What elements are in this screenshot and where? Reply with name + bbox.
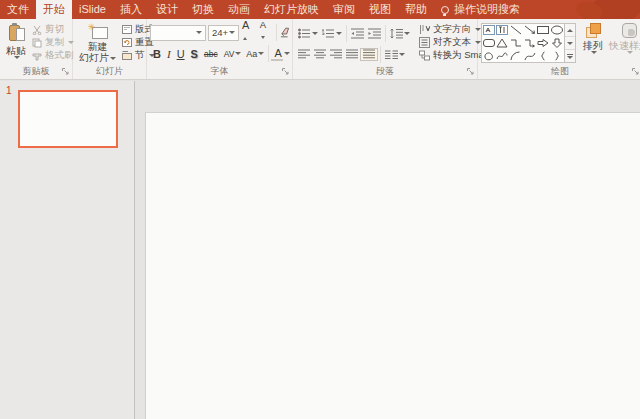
tab-review[interactable]: 审阅 bbox=[326, 0, 362, 19]
paragraph-dialog-launcher-icon[interactable] bbox=[466, 67, 475, 76]
format-painter-button[interactable]: 格式刷 bbox=[29, 49, 77, 62]
new-slide-label-2: 幻灯片 bbox=[79, 52, 116, 63]
tell-me-search[interactable]: 操作说明搜索 bbox=[434, 0, 527, 19]
font-group-label: 字体 bbox=[211, 65, 229, 78]
slide-editing-surface[interactable] bbox=[145, 112, 640, 419]
text-shadow-button[interactable]: S bbox=[188, 46, 201, 62]
shape-elbow-connector-icon[interactable] bbox=[510, 38, 522, 48]
shape-oval-icon[interactable] bbox=[551, 25, 563, 35]
font-dialog-launcher-icon[interactable] bbox=[281, 67, 290, 76]
slide-thumbnail-1[interactable] bbox=[18, 90, 118, 148]
arrange-button[interactable]: 排列 bbox=[580, 22, 606, 64]
shrink-font-icon bbox=[261, 36, 265, 39]
tab-view[interactable]: 视图 bbox=[362, 0, 398, 19]
decrease-indent-icon bbox=[351, 28, 364, 39]
shapes-more-button[interactable] bbox=[565, 50, 575, 62]
grow-font-icon bbox=[243, 37, 247, 40]
text-direction-icon bbox=[419, 24, 430, 35]
bold-button[interactable]: B bbox=[150, 46, 164, 62]
char-spacing-button[interactable]: AV bbox=[221, 46, 235, 62]
powerpoint-window: 文件 开始 iSlide 插入 设计 切换 动画 幻灯片放映 审阅 视图 帮助 … bbox=[0, 0, 640, 419]
change-case-button[interactable]: Aa bbox=[243, 46, 257, 62]
align-right-button[interactable] bbox=[328, 49, 344, 60]
shape-left-brace-icon[interactable] bbox=[537, 51, 549, 61]
smartart-icon bbox=[419, 50, 430, 61]
align-text-label: 对齐文本 bbox=[433, 36, 471, 49]
columns-icon bbox=[385, 49, 398, 60]
group-drawing: 排列 快速样式 绘图 bbox=[478, 19, 640, 79]
font-name-combo[interactable] bbox=[150, 25, 206, 41]
shape-right-brace-icon[interactable] bbox=[551, 51, 563, 61]
cut-button[interactable]: 剪切 bbox=[29, 23, 77, 36]
shape-triangle-icon[interactable] bbox=[496, 38, 508, 48]
drawing-dialog-launcher-icon[interactable] bbox=[631, 67, 640, 76]
font-color-button[interactable]: A bbox=[271, 47, 282, 61]
decrease-indent-button[interactable] bbox=[349, 28, 366, 39]
bullets-button[interactable] bbox=[296, 28, 320, 39]
group-paragraph: 文字方向 对齐文本 转换为 SmartArt 段落 bbox=[293, 19, 478, 79]
shape-text-box-icon[interactable] bbox=[483, 25, 495, 35]
tab-file[interactable]: 文件 bbox=[0, 0, 36, 19]
distribute-text-button[interactable] bbox=[360, 48, 378, 61]
more-shapes-icon bbox=[567, 54, 573, 59]
shape-right-arrow-icon[interactable] bbox=[537, 38, 549, 48]
shape-freeform-icon[interactable] bbox=[483, 51, 495, 61]
shape-line-icon[interactable] bbox=[510, 25, 522, 35]
increase-indent-icon bbox=[368, 28, 381, 39]
justify-icon bbox=[346, 49, 358, 60]
increase-indent-button[interactable] bbox=[366, 28, 383, 39]
justify-button[interactable] bbox=[344, 49, 360, 60]
shapes-gallery-scrollbar[interactable] bbox=[565, 23, 576, 63]
quick-styles-button[interactable]: 快速样式 bbox=[606, 22, 640, 64]
drawing-group-label: 绘图 bbox=[551, 65, 569, 78]
underline-button[interactable]: U bbox=[174, 46, 188, 62]
tab-home[interactable]: 开始 bbox=[36, 0, 72, 19]
shape-arc-icon[interactable] bbox=[510, 51, 522, 61]
font-size-dropdown-icon bbox=[229, 31, 235, 34]
shape-rectangle-icon[interactable] bbox=[537, 25, 549, 35]
copy-button[interactable]: 复制 bbox=[29, 36, 77, 49]
numbering-button[interactable] bbox=[320, 28, 344, 39]
shapes-scroll-down-button[interactable] bbox=[565, 37, 575, 50]
layout-icon bbox=[122, 25, 132, 34]
line-spacing-icon bbox=[390, 28, 403, 39]
new-slide-button[interactable]: ✳ 新建 幻灯片 bbox=[76, 22, 119, 64]
shape-down-arrow-icon[interactable] bbox=[551, 38, 563, 48]
new-slide-icon: ✳ bbox=[88, 23, 108, 39]
lightbulb-icon bbox=[441, 6, 449, 14]
align-right-icon bbox=[330, 49, 342, 60]
shape-curve-icon[interactable] bbox=[524, 51, 536, 61]
strikethrough-button[interactable]: abc bbox=[201, 46, 221, 62]
tab-transitions[interactable]: 切换 bbox=[185, 0, 221, 19]
paste-button[interactable]: 粘贴 bbox=[3, 22, 29, 64]
tab-islide[interactable]: iSlide bbox=[72, 0, 113, 19]
tab-help[interactable]: 帮助 bbox=[398, 0, 434, 19]
group-font: 24+ A A B I U S abc AV bbox=[147, 19, 293, 79]
shapes-gallery[interactable] bbox=[481, 23, 565, 63]
shape-elbow-arrow-connector-icon[interactable] bbox=[524, 38, 536, 48]
clipboard-dialog-launcher-icon[interactable] bbox=[61, 67, 70, 76]
italic-button[interactable]: I bbox=[164, 46, 174, 62]
shape-arrow-icon[interactable] bbox=[524, 25, 536, 35]
new-slide-label-1: 新建 bbox=[88, 41, 108, 52]
tab-design[interactable]: 设计 bbox=[149, 0, 185, 19]
line-spacing-button[interactable] bbox=[388, 28, 412, 39]
text-direction-label: 文字方向 bbox=[433, 23, 471, 36]
group-clipboard: 粘贴 剪切 复制 格式刷 bbox=[0, 19, 73, 79]
shape-rounded-rectangle-icon[interactable] bbox=[483, 38, 495, 48]
bullets-icon bbox=[298, 28, 311, 39]
columns-button[interactable] bbox=[383, 49, 407, 60]
align-center-button[interactable] bbox=[312, 49, 328, 60]
editing-canvas bbox=[135, 81, 640, 419]
shape-vertical-text-box-icon[interactable] bbox=[496, 25, 508, 35]
tab-insert[interactable]: 插入 bbox=[113, 0, 149, 19]
shapes-scroll-up-button[interactable] bbox=[565, 24, 575, 37]
paragraph-group-label: 段落 bbox=[376, 65, 394, 78]
slide-thumbnail-panel[interactable]: 1 bbox=[0, 81, 135, 419]
clear-formatting-button[interactable] bbox=[279, 27, 290, 39]
shape-scribble-icon[interactable] bbox=[496, 51, 508, 61]
slide-number: 1 bbox=[6, 85, 12, 96]
font-size-combo[interactable]: 24+ bbox=[208, 25, 239, 41]
copy-icon bbox=[32, 38, 42, 48]
align-left-button[interactable] bbox=[296, 49, 312, 60]
